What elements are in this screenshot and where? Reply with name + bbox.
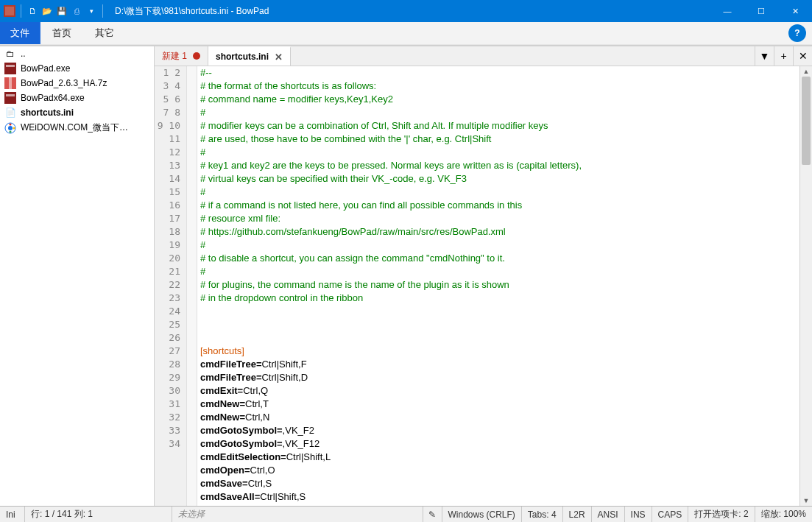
file-tree-item[interactable]: WEiDOWN.COM_微当下…: [0, 120, 154, 135]
svg-rect-5: [9, 77, 12, 89]
status-language[interactable]: Ini: [0, 507, 25, 522]
ini-icon: 📄: [4, 107, 16, 119]
status-insert-mode[interactable]: INS: [625, 507, 652, 522]
maximize-button[interactable]: ☐: [744, 0, 778, 22]
tab-label: 新建 1: [162, 50, 187, 63]
line-number-gutter: 1 2 3 4 5 6 7 8 9 10 11 12 13 14 15 16 1…: [155, 66, 187, 506]
file-tree[interactable]: 🗀..BowPad.exeBowPad_2.6.3_HA.7zBowPadx64…: [0, 46, 155, 506]
status-brush-icon[interactable]: ✎: [423, 507, 442, 522]
fold-gutter: [187, 66, 197, 506]
file-tree-item[interactable]: BowPadx64.exe: [0, 91, 154, 105]
svg-rect-3: [6, 65, 15, 67]
qat-save-icon[interactable]: 💾: [55, 4, 68, 18]
svg-rect-1: [5, 7, 14, 15]
url-icon: [4, 122, 16, 134]
code-editor[interactable]: 1 2 3 4 5 6 7 8 9 10 11 12 13 14 15 16 1…: [155, 66, 812, 506]
app-icon: [3, 4, 16, 18]
status-zoom[interactable]: 缩放: 100%: [755, 507, 812, 522]
status-tabs[interactable]: Tabs: 4: [522, 507, 563, 522]
help-button[interactable]: ?: [788, 24, 806, 42]
svg-rect-6: [4, 92, 16, 104]
code-content[interactable]: #-- # the format of the shortcuts is as …: [197, 66, 799, 506]
file-tree-label: ..: [21, 49, 26, 59]
file-tree-item[interactable]: BowPad.exe: [0, 61, 154, 76]
svg-point-11: [13, 127, 15, 129]
ribbon-bar: 文件 首页 其它 ?: [0, 22, 812, 44]
svg-rect-2: [4, 63, 16, 74]
status-selection: 未选择: [172, 507, 423, 522]
window-controls: — ☐ ✕: [710, 0, 812, 22]
ribbon-tab-home[interactable]: 首页: [40, 22, 83, 44]
tab-list-dropdown[interactable]: ▼: [755, 46, 774, 66]
ribbon-tab-other[interactable]: 其它: [83, 22, 126, 44]
tab-shortcuts-ini[interactable]: shortcuts.ini ✕: [208, 46, 291, 66]
tab-new-1[interactable]: 新建 1: [155, 46, 208, 66]
status-eol[interactable]: Windows (CRLF): [442, 507, 522, 522]
tab-label: shortcuts.ini: [216, 52, 269, 62]
scroll-thumb[interactable]: [802, 77, 811, 165]
exe-icon: [4, 63, 16, 74]
titlebar: 🗋 📂 💾 ⎙ ▾ D:\微当下载\981\shortcuts.ini - Bo…: [0, 0, 812, 22]
file-tree-item[interactable]: BowPad_2.6.3_HA.7z: [0, 76, 154, 91]
tab-strip: 新建 1 shortcuts.ini ✕ ▼ + ✕: [155, 46, 812, 66]
file-tree-item[interactable]: 🗀..: [0, 46, 154, 61]
tab-close-icon[interactable]: ✕: [275, 52, 283, 63]
file-tree-label: BowPad_2.6.3_HA.7z: [21, 78, 107, 88]
editor-area: 新建 1 shortcuts.ini ✕ ▼ + ✕ 1 2 3 4 5 6 7…: [155, 46, 812, 506]
quick-access-toolbar: 🗋 📂 💾 ⎙ ▾: [0, 4, 109, 18]
file-tree-label: BowPadx64.exe: [21, 93, 85, 103]
close-tab-button[interactable]: ✕: [793, 46, 812, 66]
ribbon-tabs: 首页 其它 ?: [40, 22, 812, 44]
svg-point-10: [10, 123, 12, 125]
close-button[interactable]: ✕: [778, 0, 812, 22]
status-direction[interactable]: L2R: [563, 507, 592, 522]
qat-open-icon[interactable]: 📂: [40, 4, 54, 18]
svg-rect-7: [6, 94, 15, 96]
status-open-tabs: 打开选项卡: 2: [688, 507, 755, 522]
folder-up-icon: 🗀: [4, 48, 16, 60]
status-bar: Ini 行: 1 / 141 列: 1 未选择 ✎ Windows (CRLF)…: [0, 506, 812, 522]
minimize-button[interactable]: —: [710, 0, 744, 22]
status-position: 行: 1 / 141 列: 1: [25, 507, 172, 522]
file-menu[interactable]: 文件: [0, 22, 40, 44]
file-tree-label: WEiDOWN.COM_微当下…: [21, 121, 128, 134]
new-tab-button[interactable]: +: [774, 46, 793, 66]
status-caps: CAPS: [652, 507, 689, 522]
modified-dot-icon: [193, 52, 200, 60]
window-title: D:\微当下载\981\shortcuts.ini - BowPad: [115, 5, 710, 18]
status-encoding[interactable]: ANSI: [592, 507, 625, 522]
zip-icon: [4, 77, 16, 89]
separator: [102, 4, 103, 18]
qat-saveall-icon[interactable]: ⎙: [70, 4, 83, 18]
separator: [21, 4, 21, 18]
qat-new-icon[interactable]: 🗋: [26, 4, 39, 18]
svg-point-9: [8, 126, 13, 130]
scroll-down-icon[interactable]: ▼: [800, 495, 812, 506]
qat-dropdown-icon[interactable]: ▾: [85, 4, 98, 18]
main-area: 🗀..BowPad.exeBowPad_2.6.3_HA.7zBowPadx64…: [0, 46, 812, 506]
file-tree-label: shortcuts.ini: [21, 107, 74, 118]
file-tree-item[interactable]: 📄shortcuts.ini: [0, 105, 154, 120]
scroll-up-icon[interactable]: ▲: [800, 66, 812, 77]
file-tree-label: BowPad.exe: [21, 63, 70, 74]
exe-icon: [4, 92, 16, 104]
svg-point-12: [10, 130, 12, 133]
vertical-scrollbar[interactable]: ▲ ▼: [799, 66, 812, 506]
